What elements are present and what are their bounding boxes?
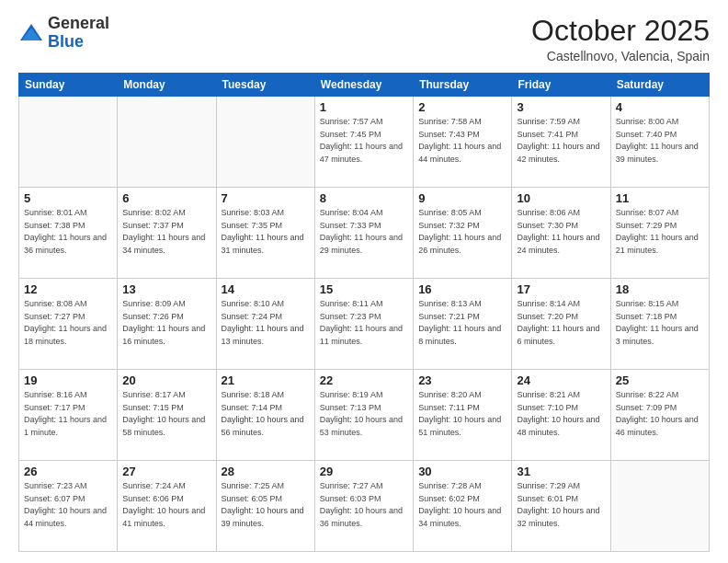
day-info: Sunrise: 7:24 AMSunset: 6:06 PMDaylight:… [122,480,210,530]
day-info: Sunrise: 8:10 AMSunset: 7:24 PMDaylight:… [222,298,310,348]
day-number: 3 [517,100,605,114]
day-number: 24 [517,373,605,387]
day-number: 9 [418,191,506,205]
day-info: Sunrise: 7:59 AMSunset: 7:41 PMDaylight:… [517,116,605,166]
day-info: Sunrise: 8:00 AMSunset: 7:40 PMDaylight:… [616,116,704,166]
day-number: 11 [616,191,704,205]
calendar-cell: 15Sunrise: 8:11 AMSunset: 7:23 PMDayligh… [314,279,413,370]
calendar-cell: 24Sunrise: 8:21 AMSunset: 7:10 PMDayligh… [512,370,610,461]
day-info: Sunrise: 8:09 AMSunset: 7:26 PMDaylight:… [122,298,210,348]
calendar-cell: 26Sunrise: 7:23 AMSunset: 6:07 PMDayligh… [19,461,118,552]
calendar-cell: 19Sunrise: 8:16 AMSunset: 7:17 PMDayligh… [19,370,118,461]
day-number: 8 [320,191,408,205]
calendar-week-1: 1Sunrise: 7:57 AMSunset: 7:45 PMDaylight… [19,97,710,188]
month-title: October 2025 [531,15,710,47]
day-number: 6 [122,191,210,205]
day-number: 18 [616,282,704,296]
day-info: Sunrise: 8:11 AMSunset: 7:23 PMDaylight:… [320,298,408,348]
calendar-cell: 18Sunrise: 8:15 AMSunset: 7:18 PMDayligh… [610,279,709,370]
calendar-cell: 29Sunrise: 7:27 AMSunset: 6:03 PMDayligh… [314,461,413,552]
logo-blue: Blue [48,32,84,51]
calendar-cell: 14Sunrise: 8:10 AMSunset: 7:24 PMDayligh… [216,279,314,370]
calendar-cell [216,97,314,188]
logo-text: General Blue [48,15,109,52]
col-tuesday: Tuesday [216,74,314,97]
calendar-cell: 16Sunrise: 8:13 AMSunset: 7:21 PMDayligh… [414,279,512,370]
calendar-cell: 8Sunrise: 8:04 AMSunset: 7:33 PMDaylight… [314,188,413,279]
day-number: 25 [616,373,704,387]
calendar-cell: 13Sunrise: 8:09 AMSunset: 7:26 PMDayligh… [118,279,216,370]
day-info: Sunrise: 8:02 AMSunset: 7:37 PMDaylight:… [122,207,210,257]
day-number: 28 [222,465,310,478]
day-info: Sunrise: 7:27 AMSunset: 6:03 PMDaylight:… [320,480,408,530]
day-info: Sunrise: 8:01 AMSunset: 7:38 PMDaylight:… [24,207,112,257]
location: Castellnovo, Valencia, Spain [531,49,710,63]
calendar-header-row: Sunday Monday Tuesday Wednesday Thursday… [19,74,710,97]
day-number: 12 [24,282,112,296]
col-monday: Monday [118,74,216,97]
day-info: Sunrise: 8:18 AMSunset: 7:14 PMDaylight:… [222,389,310,439]
day-info: Sunrise: 7:58 AMSunset: 7:43 PMDaylight:… [418,116,506,166]
day-number: 19 [24,373,112,387]
calendar-cell: 10Sunrise: 8:06 AMSunset: 7:30 PMDayligh… [512,188,610,279]
logo: General Blue [18,15,109,52]
calendar-cell: 11Sunrise: 8:07 AMSunset: 7:29 PMDayligh… [610,188,709,279]
day-number: 16 [418,282,506,296]
calendar-cell: 27Sunrise: 7:24 AMSunset: 6:06 PMDayligh… [118,461,216,552]
calendar-cell: 25Sunrise: 8:22 AMSunset: 7:09 PMDayligh… [610,370,709,461]
calendar-week-3: 12Sunrise: 8:08 AMSunset: 7:27 PMDayligh… [19,279,710,370]
calendar-week-2: 5Sunrise: 8:01 AMSunset: 7:38 PMDaylight… [19,188,710,279]
day-info: Sunrise: 7:23 AMSunset: 6:07 PMDaylight:… [24,480,112,530]
day-number: 26 [24,465,112,478]
day-number: 2 [418,100,506,114]
calendar-cell: 2Sunrise: 7:58 AMSunset: 7:43 PMDaylight… [414,97,512,188]
calendar-cell: 28Sunrise: 7:25 AMSunset: 6:05 PMDayligh… [216,461,314,552]
day-info: Sunrise: 8:08 AMSunset: 7:27 PMDaylight:… [24,298,112,348]
title-area: October 2025 Castellnovo, Valencia, Spai… [531,15,710,63]
day-info: Sunrise: 8:16 AMSunset: 7:17 PMDaylight:… [24,389,112,439]
logo-icon [18,20,44,46]
day-info: Sunrise: 8:05 AMSunset: 7:32 PMDaylight:… [418,207,506,257]
calendar-cell: 1Sunrise: 7:57 AMSunset: 7:45 PMDaylight… [314,97,413,188]
day-info: Sunrise: 8:17 AMSunset: 7:15 PMDaylight:… [122,389,210,439]
day-number: 13 [122,282,210,296]
calendar-table: Sunday Monday Tuesday Wednesday Thursday… [18,73,710,552]
day-number: 23 [418,373,506,387]
day-info: Sunrise: 8:19 AMSunset: 7:13 PMDaylight:… [320,389,408,439]
day-number: 15 [320,282,408,296]
day-info: Sunrise: 8:14 AMSunset: 7:20 PMDaylight:… [517,298,605,348]
day-info: Sunrise: 7:57 AMSunset: 7:45 PMDaylight:… [320,116,408,166]
day-number: 21 [222,373,310,387]
page: General Blue October 2025 Castellnovo, V… [0,0,728,563]
day-number: 14 [222,282,310,296]
day-info: Sunrise: 8:15 AMSunset: 7:18 PMDaylight:… [616,298,704,348]
calendar-cell: 20Sunrise: 8:17 AMSunset: 7:15 PMDayligh… [118,370,216,461]
day-info: Sunrise: 8:13 AMSunset: 7:21 PMDaylight:… [418,298,506,348]
day-number: 29 [320,465,408,478]
calendar-cell: 9Sunrise: 8:05 AMSunset: 7:32 PMDaylight… [414,188,512,279]
day-info: Sunrise: 8:03 AMSunset: 7:35 PMDaylight:… [222,207,310,257]
col-friday: Friday [512,74,610,97]
day-number: 22 [320,373,408,387]
day-number: 31 [517,465,605,478]
day-info: Sunrise: 8:20 AMSunset: 7:11 PMDaylight:… [418,389,506,439]
day-number: 27 [122,465,210,478]
calendar-cell: 21Sunrise: 8:18 AMSunset: 7:14 PMDayligh… [216,370,314,461]
calendar-cell: 30Sunrise: 7:28 AMSunset: 6:02 PMDayligh… [414,461,512,552]
calendar-week-4: 19Sunrise: 8:16 AMSunset: 7:17 PMDayligh… [19,370,710,461]
calendar-cell: 6Sunrise: 8:02 AMSunset: 7:37 PMDaylight… [118,188,216,279]
day-info: Sunrise: 8:04 AMSunset: 7:33 PMDaylight:… [320,207,408,257]
day-info: Sunrise: 8:06 AMSunset: 7:30 PMDaylight:… [517,207,605,257]
day-info: Sunrise: 8:07 AMSunset: 7:29 PMDaylight:… [616,207,704,257]
calendar-cell: 7Sunrise: 8:03 AMSunset: 7:35 PMDaylight… [216,188,314,279]
day-info: Sunrise: 7:29 AMSunset: 6:01 PMDaylight:… [517,480,605,530]
day-number: 17 [517,282,605,296]
calendar-cell: 4Sunrise: 8:00 AMSunset: 7:40 PMDaylight… [610,97,709,188]
day-number: 30 [418,465,506,478]
calendar-cell: 3Sunrise: 7:59 AMSunset: 7:41 PMDaylight… [512,97,610,188]
day-number: 4 [616,100,704,114]
day-number: 10 [517,191,605,205]
calendar-week-5: 26Sunrise: 7:23 AMSunset: 6:07 PMDayligh… [19,461,710,552]
day-info: Sunrise: 7:28 AMSunset: 6:02 PMDaylight:… [418,480,506,530]
day-number: 7 [222,191,310,205]
